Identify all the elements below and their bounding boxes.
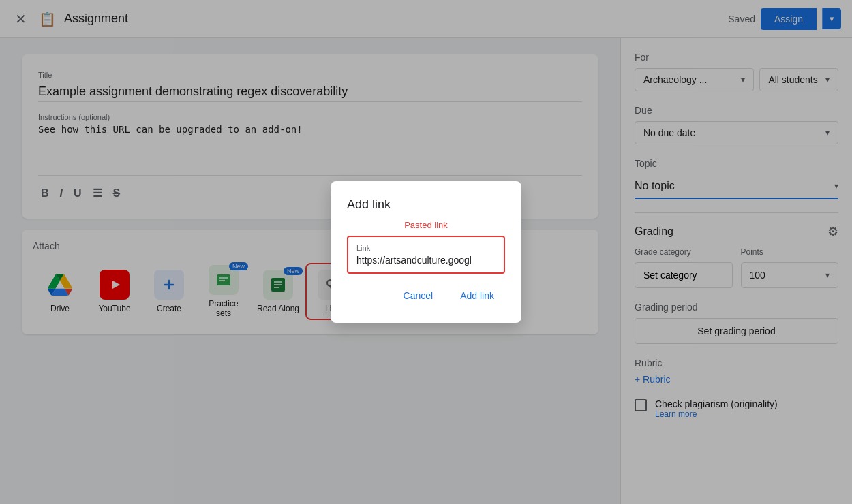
cancel-button[interactable]: Cancel	[393, 285, 444, 306]
link-field-label: Link	[356, 244, 496, 252]
modal-title: Add link	[347, 198, 505, 212]
modal-actions: Cancel Add link	[347, 285, 505, 306]
modal-overlay[interactable]: Add link Pasted link Link Cancel Add lin…	[0, 0, 852, 504]
add-link-modal: Add link Pasted link Link Cancel Add lin…	[331, 181, 521, 323]
link-input[interactable]	[356, 255, 496, 266]
link-field-wrapper: Link	[347, 236, 505, 274]
add-link-button[interactable]: Add link	[449, 285, 505, 306]
pasted-link-label: Pasted link	[347, 220, 505, 230]
